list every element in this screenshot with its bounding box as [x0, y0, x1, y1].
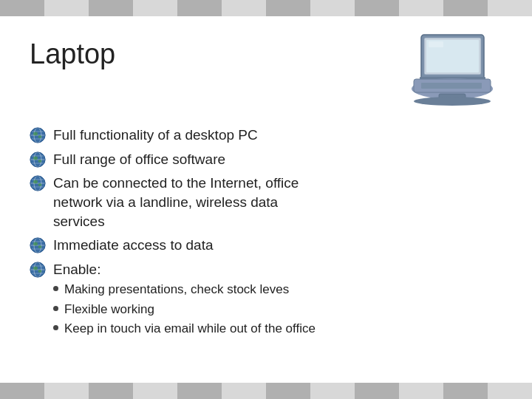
- title-row: Laptop: [30, 31, 502, 112]
- svg-point-33: [38, 183, 42, 186]
- svg-point-17: [38, 135, 42, 138]
- svg-point-32: [33, 180, 38, 184]
- svg-point-41: [38, 245, 42, 248]
- sub-list-item: Flexible working: [53, 301, 316, 318]
- svg-rect-6: [421, 83, 482, 89]
- svg-rect-9: [429, 41, 443, 47]
- globe-icon: [30, 127, 46, 143]
- list-item-text: Full range of office software: [53, 150, 225, 169]
- svg-point-16: [33, 132, 38, 136]
- top-decorative-bar: [0, 0, 532, 16]
- svg-point-49: [38, 270, 42, 273]
- list-item: Full range of office software: [30, 150, 502, 169]
- list-item: Can be connected to the Internet, office…: [30, 174, 502, 231]
- sub-list-item-text: Keep in touch via email while out of the…: [64, 321, 316, 337]
- sub-list-item: Keep in touch via email while out of the…: [53, 321, 316, 337]
- sub-list-item-text: Flexible working: [64, 301, 154, 318]
- bottom-decorative-bar: [0, 383, 532, 399]
- svg-point-48: [33, 266, 38, 270]
- list-item: Enable: Making presentations, check stoc…: [30, 260, 502, 340]
- sub-dot-icon: [53, 286, 58, 291]
- globe-icon: [30, 151, 46, 168]
- list-item: Full functionality of a desktop PC: [30, 126, 502, 145]
- list-item-text: Immediate access to data: [53, 236, 214, 255]
- page-title: Laptop: [30, 31, 115, 70]
- svg-point-24: [33, 156, 38, 160]
- main-content: Laptop: [0, 16, 532, 383]
- sub-dot-icon: [53, 306, 58, 311]
- globe-icon: [30, 237, 46, 253]
- globe-icon: [30, 175, 46, 191]
- bullet-list: Full functionality of a desktop PC Full …: [30, 126, 502, 340]
- sub-list-item-text: Making presentations, check stock leves: [64, 282, 289, 298]
- globe-icon: [30, 262, 46, 278]
- svg-point-40: [33, 242, 38, 246]
- list-item-text: Full functionality of a desktop PC: [53, 126, 258, 145]
- svg-point-8: [414, 97, 491, 106]
- sub-dot-icon: [53, 325, 58, 330]
- sub-list-item: Making presentations, check stock leves: [53, 282, 316, 298]
- svg-point-25: [38, 160, 42, 163]
- list-item-text: Enable:: [53, 260, 100, 279]
- list-item-text: Can be connected to the Internet, office…: [53, 174, 299, 231]
- list-item: Immediate access to data: [30, 236, 502, 255]
- laptop-image: [406, 31, 502, 112]
- sub-bullet-list: Making presentations, check stock leves …: [53, 282, 316, 339]
